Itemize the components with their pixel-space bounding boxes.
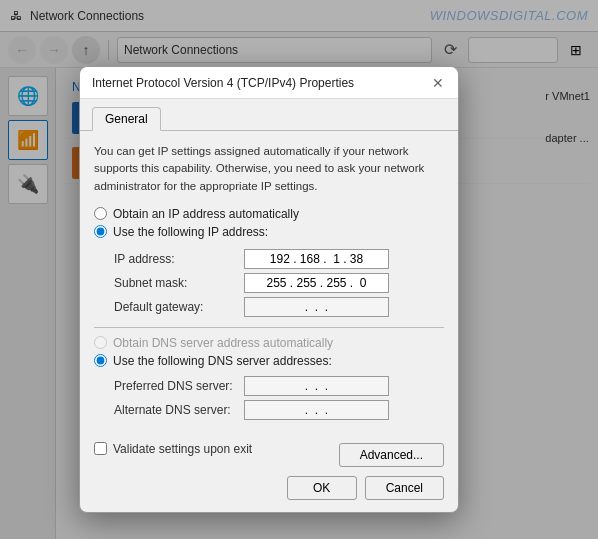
radio-auto-dns-label: Obtain DNS server address automatically [113,336,333,350]
ip-fields-section: IP address: Subnet mask: Default gateway… [114,249,444,317]
tab-general[interactable]: General [92,107,161,131]
alternate-dns-field[interactable] [244,400,389,420]
ip-address-label: IP address: [114,252,244,266]
default-gateway-row: Default gateway: [114,297,444,317]
preferred-dns-input[interactable] [249,379,384,393]
radio-auto-ip-label: Obtain an IP address automatically [113,207,299,221]
footer-row: Validate settings upon exit Advanced... [94,442,444,468]
dns-section: Obtain DNS server address automatically … [94,336,444,368]
advanced-button[interactable]: Advanced... [339,443,444,467]
radio-manual-dns[interactable] [94,354,107,367]
dialog-titlebar: Internet Protocol Version 4 (TCP/IPv4) P… [80,67,458,99]
ip-address-input[interactable] [249,252,384,266]
info-text: You can get IP settings assigned automat… [94,143,444,195]
dns-fields-section: Preferred DNS server: Alternate DNS serv… [114,376,444,420]
preferred-dns-field[interactable] [244,376,389,396]
preferred-dns-label: Preferred DNS server: [114,379,244,393]
default-gateway-field[interactable] [244,297,389,317]
alternate-dns-row: Alternate DNS server: [114,400,444,420]
tab-content: You can get IP settings assigned automat… [80,130,458,442]
dialog-close-button[interactable]: ✕ [426,71,450,95]
alternate-dns-input[interactable] [249,403,384,417]
radio-manual-ip[interactable] [94,225,107,238]
section-divider [94,327,444,328]
radio-manual-ip-row: Use the following IP address: [94,225,444,239]
radio-auto-ip[interactable] [94,207,107,220]
ip-address-row: IP address: [114,249,444,269]
default-gateway-label: Default gateway: [114,300,244,314]
validate-checkbox-row: Validate settings upon exit [94,442,252,456]
ok-button[interactable]: OK [287,476,357,500]
ok-cancel-row: OK Cancel [94,476,444,500]
preferred-dns-row: Preferred DNS server: [114,376,444,396]
dialog-title: Internet Protocol Version 4 (TCP/IPv4) P… [92,76,354,90]
dialog-footer: Validate settings upon exit Advanced... … [80,442,458,512]
radio-manual-dns-row: Use the following DNS server addresses: [94,354,444,368]
cancel-button[interactable]: Cancel [365,476,444,500]
modal-overlay: Internet Protocol Version 4 (TCP/IPv4) P… [0,0,598,539]
subnet-mask-field[interactable] [244,273,389,293]
subnet-mask-input[interactable] [249,276,384,290]
validate-checkbox-label: Validate settings upon exit [113,442,252,456]
radio-group-ip: Obtain an IP address automatically Use t… [94,207,444,239]
radio-auto-dns[interactable] [94,336,107,349]
radio-manual-dns-label: Use the following DNS server addresses: [113,354,332,368]
radio-manual-ip-label: Use the following IP address: [113,225,268,239]
tab-strip: General [80,99,458,130]
subnet-mask-row: Subnet mask: [114,273,444,293]
ip-address-field[interactable] [244,249,389,269]
validate-checkbox[interactable] [94,442,107,455]
subnet-mask-label: Subnet mask: [114,276,244,290]
alternate-dns-label: Alternate DNS server: [114,403,244,417]
radio-auto-ip-row: Obtain an IP address automatically [94,207,444,221]
default-gateway-input[interactable] [249,300,384,314]
radio-auto-dns-row: Obtain DNS server address automatically [94,336,444,350]
tcp-ipv4-dialog: Internet Protocol Version 4 (TCP/IPv4) P… [79,66,459,513]
